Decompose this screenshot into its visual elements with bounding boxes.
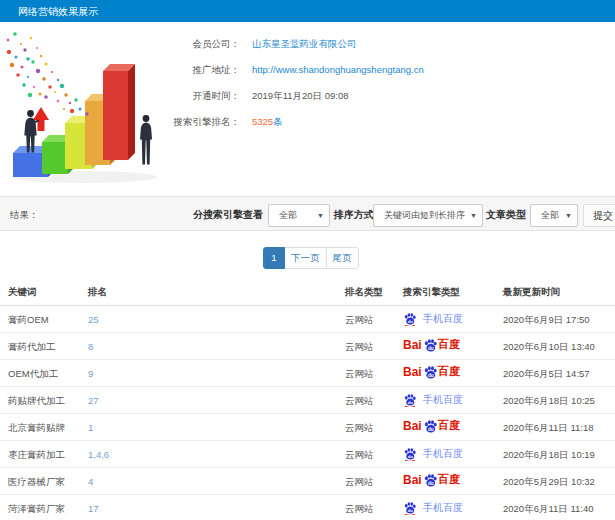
updated-cell: 2020年6月18日 10:25 bbox=[503, 395, 595, 408]
engine-label: 手机百度 bbox=[423, 501, 463, 515]
sort-filter-select[interactable]: 关键词由短到长排序▼ bbox=[373, 204, 483, 227]
updated-cell: 2020年6月9日 17:50 bbox=[503, 314, 590, 327]
rank-cell[interactable]: 25 bbox=[88, 314, 99, 325]
table-row: OEM代加工9云网站Baidu百度2020年6月5日 14:57 bbox=[0, 360, 615, 387]
table-row: 枣庄膏药加工1,4,6云网站du手机百度2020年6月18日 10:19 bbox=[0, 441, 615, 468]
top-bar: 网络营销效果展示 bbox=[0, 0, 615, 22]
keyword-cell: 膏药代加工 bbox=[8, 341, 56, 354]
rank-type-cell: 云网站 bbox=[345, 476, 374, 489]
updated-cell: 2020年6月11日 11:40 bbox=[503, 503, 594, 516]
chevron-down-icon: ▼ bbox=[470, 205, 477, 226]
rank-cell[interactable]: 1,4,6 bbox=[88, 449, 109, 460]
promo-url-row: 推广地址：http://www.shandonghuangshengtang.c… bbox=[0, 64, 424, 77]
page-1-button[interactable]: 1 bbox=[263, 247, 285, 269]
engine-cell: du手机百度 bbox=[403, 391, 463, 409]
mobile-baidu-icon: du bbox=[403, 393, 417, 407]
info-section: 会员公司：山东皇圣堂药业有限公司 推广地址：http://www.shandon… bbox=[0, 22, 615, 196]
pagination: 1 下一页 尾页 bbox=[263, 247, 359, 269]
engine-cell: du手机百度 bbox=[403, 445, 463, 463]
engine-label: 手机百度 bbox=[423, 393, 463, 407]
keyword-cell: 药贴牌代加工 bbox=[8, 395, 65, 408]
updated-cell: 2020年6月5日 14:57 bbox=[503, 368, 590, 381]
engine-cell: Baidu百度 bbox=[403, 418, 460, 433]
table-row: 医疗器械厂家4云网站Baidu百度2020年5月29日 10:32 bbox=[0, 468, 615, 495]
results-table-body: 膏药OEM25云网站du手机百度2020年6月9日 17:50膏药代加工8云网站… bbox=[0, 306, 615, 520]
col-rank-type: 排名类型 bbox=[345, 286, 383, 299]
keyword-cell: 菏泽膏药厂家 bbox=[8, 503, 65, 516]
rank-type-cell: 云网站 bbox=[345, 422, 374, 435]
col-updated: 最新更新时间 bbox=[503, 286, 560, 299]
col-engine-type: 搜索引擎类型 bbox=[403, 286, 460, 299]
member-company-row: 会员公司：山东皇圣堂药业有限公司 bbox=[0, 38, 357, 51]
engine-filter-label: 分搜索引擎查看 bbox=[193, 208, 263, 222]
promo-url-value[interactable]: http://www.shandonghuangshengtang.cn bbox=[252, 64, 424, 75]
engine-filter-select[interactable]: 全部▼ bbox=[268, 204, 330, 227]
svg-text:du: du bbox=[428, 480, 434, 485]
bar-chart-illustration bbox=[0, 30, 190, 190]
chevron-down-icon: ▼ bbox=[317, 205, 324, 226]
table-row: 菏泽膏药厂家17云网站du手机百度2020年6月11日 11:40 bbox=[0, 495, 615, 520]
article-filter-label: 文章类型 bbox=[486, 208, 526, 222]
last-page-button[interactable]: 尾页 bbox=[326, 247, 359, 269]
svg-text:du: du bbox=[428, 426, 434, 431]
table-row: 膏药OEM25云网站du手机百度2020年6月9日 17:50 bbox=[0, 306, 615, 333]
mobile-baidu-icon: du bbox=[403, 501, 417, 515]
result-label: 结果： bbox=[10, 209, 39, 222]
article-filter-select[interactable]: 全部▼ bbox=[530, 204, 578, 227]
keyword-cell: 医疗器械厂家 bbox=[8, 476, 65, 489]
rank-cell[interactable]: 4 bbox=[88, 476, 93, 487]
page-title: 网络营销效果展示 bbox=[18, 5, 98, 19]
baidu-paw-icon: du bbox=[423, 419, 438, 433]
rank-type-cell: 云网站 bbox=[345, 449, 374, 462]
baidu-paw-icon: du bbox=[423, 338, 438, 352]
engine-cell: Baidu百度 bbox=[403, 364, 460, 379]
rank-type-cell: 云网站 bbox=[345, 341, 374, 354]
svg-text:du: du bbox=[428, 345, 434, 350]
rank-type-cell: 云网站 bbox=[345, 503, 374, 516]
rank-cell[interactable]: 27 bbox=[88, 395, 99, 406]
baidu-paw-icon: du bbox=[423, 473, 438, 487]
table-row: 北京膏药贴牌1云网站Baidu百度2020年6月11日 11:18 bbox=[0, 414, 615, 441]
svg-text:du: du bbox=[408, 454, 414, 459]
svg-text:du: du bbox=[408, 508, 414, 513]
svg-text:du: du bbox=[408, 319, 414, 324]
member-company-value[interactable]: 山东皇圣堂药业有限公司 bbox=[252, 38, 357, 49]
keyword-cell: 北京膏药贴牌 bbox=[8, 422, 65, 435]
baidu-logo: Baidu百度 bbox=[403, 472, 460, 487]
member-company-label: 会员公司： bbox=[0, 38, 240, 51]
baidu-logo: Baidu百度 bbox=[403, 337, 460, 352]
keyword-cell: OEM代加工 bbox=[8, 368, 58, 381]
engine-label: 手机百度 bbox=[423, 447, 463, 461]
open-time-value: 2019年11月20日 09:08 bbox=[252, 90, 348, 101]
engine-cell: Baidu百度 bbox=[403, 472, 460, 487]
svg-text:du: du bbox=[428, 372, 434, 377]
col-rank: 排名 bbox=[88, 286, 107, 299]
rank-cell[interactable]: 8 bbox=[88, 341, 93, 352]
rank-cell[interactable]: 17 bbox=[88, 503, 99, 514]
updated-cell: 2020年6月18日 10:19 bbox=[503, 449, 595, 462]
col-keyword: 关键词 bbox=[8, 286, 37, 299]
sort-filter-label: 排序方式 bbox=[334, 208, 374, 222]
keyword-cell: 枣庄膏药加工 bbox=[8, 449, 65, 462]
svg-text:du: du bbox=[408, 400, 414, 405]
submit-button[interactable]: 提交 bbox=[583, 204, 615, 227]
mobile-baidu-icon: du bbox=[403, 312, 417, 326]
keyword-cell: 膏药OEM bbox=[8, 314, 49, 327]
results-table: 关键词 排名 排名类型 搜索引擎类型 最新更新时间 膏药OEM25云网站du手机… bbox=[0, 281, 615, 520]
engine-cell: du手机百度 bbox=[403, 499, 463, 517]
open-time-label: 开通时间： bbox=[0, 90, 240, 103]
table-row: 膏药代加工8云网站Baidu百度2020年6月10日 13:40 bbox=[0, 333, 615, 360]
results-table-header: 关键词 排名 排名类型 搜索引擎类型 最新更新时间 bbox=[0, 281, 615, 306]
next-page-button[interactable]: 下一页 bbox=[284, 247, 327, 269]
table-row: 药贴牌代加工27云网站du手机百度2020年6月18日 10:25 bbox=[0, 387, 615, 414]
rank-cell[interactable]: 1 bbox=[88, 422, 93, 433]
engine-cell: du手机百度 bbox=[403, 310, 463, 328]
updated-cell: 2020年5月29日 10:32 bbox=[503, 476, 595, 489]
baidu-logo: Baidu百度 bbox=[403, 418, 460, 433]
rank-type-cell: 云网站 bbox=[345, 395, 374, 408]
engine-label: 手机百度 bbox=[423, 312, 463, 326]
engine-rank-count: 5325 bbox=[252, 116, 273, 127]
rank-cell[interactable]: 9 bbox=[88, 368, 93, 379]
chevron-down-icon: ▼ bbox=[565, 205, 572, 226]
updated-cell: 2020年6月11日 11:18 bbox=[503, 422, 594, 435]
